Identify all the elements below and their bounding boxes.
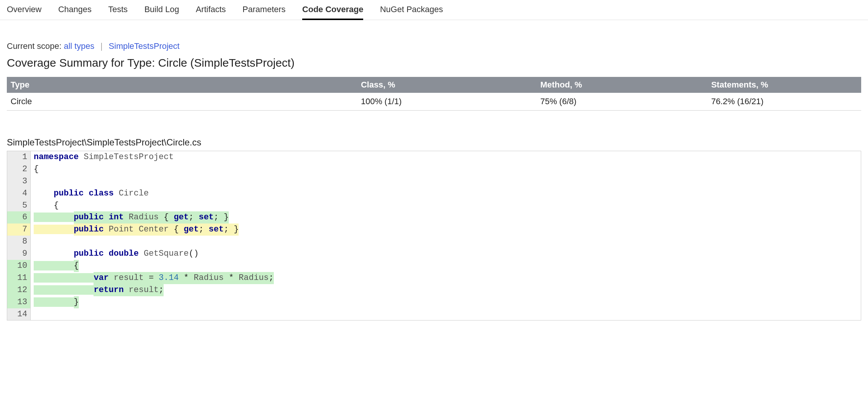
code-text: { bbox=[31, 260, 861, 272]
file-path: SimpleTestsProject\SimpleTestsProject\Ci… bbox=[7, 137, 861, 148]
breadcrumb-link[interactable]: all types bbox=[64, 41, 94, 51]
line-number: 10 bbox=[7, 260, 31, 272]
tab-bar: OverviewChangesTestsBuild LogArtifactsPa… bbox=[0, 0, 868, 20]
table-header: Method, % bbox=[537, 77, 707, 93]
breadcrumb-label: Current scope: bbox=[7, 41, 61, 51]
tab-overview[interactable]: Overview bbox=[7, 5, 42, 20]
breadcrumb-link[interactable]: SimpleTestsProject bbox=[109, 41, 180, 51]
line-number: 3 bbox=[7, 175, 31, 188]
code-text: public double GetSquare() bbox=[31, 248, 861, 260]
line-number: 2 bbox=[7, 163, 31, 175]
code-line: 14 bbox=[7, 308, 861, 320]
table-cell: 75% (6/8) bbox=[537, 93, 707, 111]
tab-code-coverage[interactable]: Code Coverage bbox=[302, 5, 363, 20]
tab-tests[interactable]: Tests bbox=[108, 5, 128, 20]
code-line: 4 public class Circle bbox=[7, 188, 861, 200]
tab-changes[interactable]: Changes bbox=[58, 5, 92, 20]
code-text: namespace SimpleTestsProject bbox=[31, 151, 861, 163]
table-cell: 76.2% (16/21) bbox=[707, 93, 861, 111]
line-number: 6 bbox=[7, 211, 31, 224]
code-line: 10 { bbox=[7, 260, 861, 272]
code-line: 12 return result; bbox=[7, 284, 861, 296]
table-header: Type bbox=[7, 77, 357, 93]
code-line: 7 public Point Center { get; set; } bbox=[7, 224, 861, 236]
code-text bbox=[31, 308, 861, 320]
breadcrumb: Current scope: all types | SimpleTestsPr… bbox=[7, 41, 861, 51]
line-number: 12 bbox=[7, 284, 31, 296]
line-number: 5 bbox=[7, 200, 31, 212]
code-line: 9 public double GetSquare() bbox=[7, 248, 861, 260]
code-line: 1namespace SimpleTestsProject bbox=[7, 151, 861, 163]
code-text: return result; bbox=[31, 284, 861, 296]
coverage-table: TypeClass, %Method, %Statements, % Circl… bbox=[7, 77, 861, 111]
table-cell: 100% (1/1) bbox=[357, 93, 537, 111]
code-text: var result = 3.14 * Radius * Radius; bbox=[31, 272, 861, 284]
code-text: public int Radius { get; set; } bbox=[31, 211, 861, 224]
code-line: 5 { bbox=[7, 200, 861, 212]
code-text bbox=[31, 175, 861, 188]
code-line: 8 bbox=[7, 236, 861, 248]
code-line: 13 } bbox=[7, 296, 861, 308]
tab-artifacts[interactable]: Artifacts bbox=[196, 5, 226, 20]
tab-nuget-packages[interactable]: NuGet Packages bbox=[380, 5, 443, 20]
tab-parameters[interactable]: Parameters bbox=[242, 5, 286, 20]
code-viewer: 1namespace SimpleTestsProject2{3 4 publi… bbox=[7, 151, 861, 320]
breadcrumb-separator: | bbox=[100, 41, 103, 51]
line-number: 7 bbox=[7, 224, 31, 236]
line-number: 4 bbox=[7, 188, 31, 200]
code-line: 3 bbox=[7, 175, 861, 188]
table-row: Circle100% (1/1)75% (6/8)76.2% (16/21) bbox=[7, 93, 861, 111]
line-number: 1 bbox=[7, 151, 31, 163]
code-text: } bbox=[31, 296, 861, 308]
code-text: { bbox=[31, 163, 861, 175]
line-number: 9 bbox=[7, 248, 31, 260]
code-text bbox=[31, 236, 861, 248]
code-text: public class Circle bbox=[31, 188, 861, 200]
table-header: Class, % bbox=[357, 77, 537, 93]
line-number: 14 bbox=[7, 308, 31, 320]
tab-build-log[interactable]: Build Log bbox=[144, 5, 179, 20]
code-line: 6 public int Radius { get; set; } bbox=[7, 211, 861, 224]
page-title: Coverage Summary for Type: Circle (Simpl… bbox=[7, 56, 861, 69]
line-number: 13 bbox=[7, 296, 31, 308]
code-text: { bbox=[31, 200, 861, 212]
table-cell: Circle bbox=[7, 93, 357, 111]
code-text: public Point Center { get; set; } bbox=[31, 224, 861, 236]
line-number: 8 bbox=[7, 236, 31, 248]
code-line: 2{ bbox=[7, 163, 861, 175]
line-number: 11 bbox=[7, 272, 31, 284]
table-header: Statements, % bbox=[707, 77, 861, 93]
code-line: 11 var result = 3.14 * Radius * Radius; bbox=[7, 272, 861, 284]
